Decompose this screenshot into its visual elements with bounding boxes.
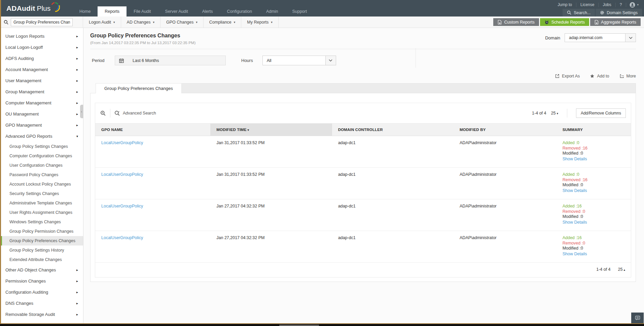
tab-group-policy-preferences-changes[interactable]: Group Policy Preferences Changes [96, 83, 182, 93]
sidebar-item-label: Computer Configuration Changes [9, 154, 72, 158]
add-remove-columns-button[interactable]: Add/Remove Columns [576, 108, 626, 118]
topbar-link[interactable]: Jobs [599, 3, 615, 7]
add-to-button[interactable]: Add to [590, 74, 609, 78]
domain-controller-cell: adap-dc1 [332, 168, 454, 199]
sidebar-item[interactable]: Account Lockout Policy Changes [1, 180, 83, 189]
custom-reports-button[interactable]: Custom Reports [493, 18, 539, 26]
nav-tab[interactable]: Support [285, 6, 314, 17]
summary-cell: Added :0 Removed :16 Modified :0 Show De… [557, 168, 631, 199]
sidebar-collapse-handle[interactable]: ‹ [80, 105, 83, 118]
nav-tab[interactable]: Server Audit [158, 6, 195, 17]
sidebar-item[interactable]: Security Settings Changes [1, 189, 83, 198]
sidebar-item[interactable]: Other AD Object Changes [1, 264, 83, 275]
table-row: LocalUserGroupPolicy Jan 27,2017 04:32:3… [95, 199, 631, 231]
scrollbar-thumb[interactable] [279, 325, 319, 326]
sidebar-item[interactable]: GPO Management [1, 120, 83, 131]
hours-select[interactable]: All [262, 56, 336, 65]
aggregate-reports-button[interactable]: Aggregate Reports [590, 18, 641, 26]
sidebar-item[interactable]: Extended Attribute Changes [1, 255, 83, 264]
report-menu-label: Logon Audit [89, 20, 111, 25]
user-menu[interactable]: ▾ [626, 2, 642, 8]
global-search-button[interactable]: Search... [563, 9, 595, 17]
chevron-icon [76, 57, 78, 60]
sidebar-item[interactable]: User Rights Assignment Changes [1, 208, 83, 217]
sidebar-item[interactable]: Account Management [1, 64, 83, 75]
sidebar-item[interactable]: Group Policy Settings Changes [1, 142, 83, 151]
chat-button[interactable] [631, 313, 644, 323]
summary-modified: Modified :0 [563, 151, 628, 156]
sidebar-item[interactable]: Group Policy Preferences Changes [1, 236, 83, 246]
report-menu[interactable]: My Reports [241, 17, 278, 28]
domain-settings-button[interactable]: Domain Settings [596, 9, 642, 17]
column-header[interactable]: MODIFIED BY [454, 124, 557, 136]
nav-tab[interactable]: Alerts [195, 6, 220, 17]
sidebar-item[interactable]: Local Logon-Logoff [1, 42, 83, 53]
column-header[interactable]: SUMMARY [557, 124, 631, 136]
chevron-icon [76, 90, 78, 94]
sidebar-item[interactable]: DNS Changes [1, 298, 83, 309]
report-menu-label: GPO Changes [166, 20, 193, 25]
table-row: LocalUserGroupPolicy Jan 31,2017 01:33:5… [95, 136, 631, 168]
sidebar-item[interactable]: Group Policy Settings History [1, 246, 83, 255]
domain-controller-cell: adap-dc1 [332, 199, 454, 231]
sidebar-item[interactable]: Windows Settings Changes [1, 217, 83, 227]
sidebar-item[interactable]: ADFS Auditing [1, 53, 83, 64]
report-menu[interactable]: Compliance [204, 17, 242, 28]
report-menu[interactable]: AD Changes [121, 17, 160, 28]
sidebar-item[interactable]: OU Management [1, 108, 83, 120]
gpo-name-link[interactable]: LocalUserGroupPolicy [101, 172, 143, 177]
sidebar-item[interactable]: Permission Changes [1, 275, 83, 287]
domain-select[interactable]: adap.internal.com [565, 33, 636, 42]
column-header[interactable]: GPO NAME [95, 124, 210, 136]
show-details-link[interactable]: Show Details [563, 220, 587, 225]
topbar-link[interactable]: ? [616, 3, 627, 7]
report-menu[interactable]: GPO Changes [160, 17, 204, 28]
sidebar-item[interactable]: Computer Management [1, 97, 83, 108]
sidebar-item[interactable]: User Logon Reports [1, 31, 83, 42]
sidebar-item-label: Group Policy Settings Changes [9, 144, 68, 149]
gpo-name-link[interactable]: LocalUserGroupPolicy [101, 204, 143, 208]
report-search-input[interactable] [11, 18, 73, 26]
sidebar-item[interactable]: User Configuration Changes [1, 161, 83, 170]
sidebar-item-label: Windows Settings Changes [9, 220, 61, 224]
sidebar-item[interactable]: Administrative Template Changes [1, 198, 83, 208]
period-picker[interactable]: Last 6 Months [115, 56, 226, 65]
sidebar-item[interactable]: Group Policy Permission Changes [1, 227, 83, 236]
nav-tab[interactable]: File Audit [127, 6, 158, 17]
nav-tab[interactable]: Home [72, 6, 98, 17]
nav-tab[interactable]: Configuration [220, 6, 259, 17]
nav-tab[interactable]: Reports [98, 6, 127, 17]
sidebar-item[interactable]: Configuration Auditing [1, 287, 83, 298]
sidebar-item-label: Other AD Object Changes [5, 267, 56, 272]
gpo-name-link[interactable]: LocalUserGroupPolicy [101, 140, 143, 145]
toolbar-divider [567, 109, 567, 118]
bottom-scrollbar[interactable] [0, 323, 644, 326]
topbar-link[interactable]: Jump to [553, 3, 576, 7]
advanced-search-button[interactable]: Advanced Search [114, 110, 156, 116]
more-label: More [627, 74, 636, 78]
summary-removed: Removed :0 [563, 209, 628, 215]
quick-search-icon[interactable] [100, 110, 106, 116]
show-details-link[interactable]: Show Details [563, 188, 587, 194]
nav-tab[interactable]: Admin [259, 6, 285, 17]
column-header[interactable]: DOMAIN CONTROLLER [332, 124, 454, 136]
domain-controller-cell: adap-dc1 [332, 136, 454, 168]
report-menu[interactable]: Logon Audit [83, 17, 121, 28]
sidebar-item[interactable]: Password Policy Changes [1, 170, 83, 180]
column-header[interactable]: MODIFIED TIME [210, 124, 332, 136]
more-button[interactable]: More [619, 74, 636, 78]
show-details-link[interactable]: Show Details [563, 252, 587, 257]
page-size-select[interactable]: 25▴ [618, 267, 625, 272]
show-details-link[interactable]: Show Details [563, 157, 587, 162]
sidebar-item[interactable]: Removable Storage Audit [1, 309, 83, 320]
page-size-select[interactable]: 25▾ [551, 111, 558, 116]
sidebar-item[interactable]: Group Management [1, 86, 83, 97]
sidebar-item[interactable]: Computer Configuration Changes [1, 151, 83, 161]
summary-added: Added :16 [563, 235, 628, 241]
gpo-name-link[interactable]: LocalUserGroupPolicy [101, 235, 143, 240]
export-as-button[interactable]: Export As [555, 74, 580, 78]
sidebar-item[interactable]: Advanced GPO Reports [1, 131, 83, 142]
sidebar-item[interactable]: User Management [1, 75, 83, 86]
topbar-link[interactable]: License [576, 3, 599, 7]
schedule-reports-button[interactable]: Schedule Reports [540, 18, 589, 26]
